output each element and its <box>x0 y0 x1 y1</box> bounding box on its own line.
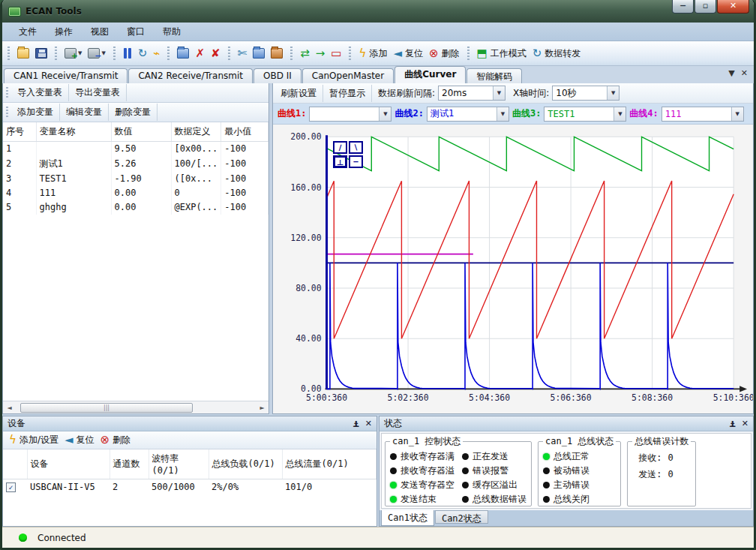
variable-row[interactable]: 5 ghghg 0.00 @EXP(... -100 <box>3 200 268 215</box>
cell-device-name: USBCAN-II-V5 <box>27 479 110 495</box>
close-button[interactable]: ✕ <box>717 0 749 14</box>
collapse-button[interactable]: ▭ <box>328 44 344 62</box>
edit-variable-button[interactable]: 编辑变量 <box>60 104 109 121</box>
status-panel-title: 状态 <box>384 417 724 430</box>
chevron-down-icon[interactable]: ▼ <box>493 86 505 100</box>
close-icon[interactable]: ✕ <box>742 419 748 428</box>
tab-curve[interactable]: 曲线Curver <box>394 66 466 83</box>
col-header-device: 设备 <box>27 449 110 479</box>
tab-canopen[interactable]: CanOpenMaster <box>302 68 394 83</box>
menu-operation[interactable]: 操作 <box>46 23 82 41</box>
tab-can2[interactable]: CAN2 Receive/Transmit <box>128 68 252 83</box>
swap-arrows-icon: ⇄ <box>300 48 310 59</box>
maximize-button[interactable]: ▫ <box>694 0 716 14</box>
bus-status-legend: can_1 总线状态 <box>543 435 616 448</box>
curve2-combobox[interactable]: 测试1 ▼ <box>427 107 509 122</box>
cell-load: 2%/0% <box>208 479 282 495</box>
variable-row[interactable]: 2 测试1 5.26 100/[... -100 <box>3 156 268 172</box>
pin-icon[interactable]: Ŧ <box>730 419 736 428</box>
menu-window[interactable]: 窗口 <box>118 23 154 41</box>
new-frame-button[interactable] <box>174 44 192 62</box>
zoom-x-out-button[interactable]: ∖ <box>349 141 363 154</box>
device-row[interactable]: ✓ USBCAN-II-V5 2 500/1000 2%/0% 101/0 <box>3 479 376 495</box>
add-variable-button[interactable]: 添加变量 <box>11 104 60 121</box>
delete-frame-button[interactable]: ✘ <box>208 44 224 62</box>
chevron-down-icon[interactable]: ▼ <box>496 107 508 121</box>
add-button[interactable]: ϟ添加 <box>356 44 390 62</box>
chevron-down-icon[interactable]: ▼ <box>379 107 391 121</box>
pin-icon[interactable]: Ŧ <box>353 419 359 428</box>
zoom-y-in-button[interactable]: ⊥ <box>333 155 347 168</box>
connect-device-button[interactable]: ▼ <box>62 44 85 62</box>
minimize-button[interactable]: − <box>672 0 694 14</box>
tab-can1[interactable]: CAN1 Receive/Transmit <box>4 68 128 83</box>
delete-variable-button[interactable]: 删除变量 <box>109 104 158 121</box>
cell-index: 3 <box>3 172 36 186</box>
chevron-down-icon[interactable]: ▼ <box>731 107 743 121</box>
zoom-x-in-button[interactable]: ∕ <box>333 141 347 154</box>
scroll-right-icon[interactable]: ► <box>256 404 268 411</box>
tools-button[interactable]: ✗ <box>192 44 208 62</box>
menu-file[interactable]: 文件 <box>10 23 46 41</box>
device-add-settings-button[interactable]: ϟ添加/设置 <box>6 431 62 449</box>
curve1-combobox[interactable]: ▼ <box>309 107 392 122</box>
menu-help[interactable]: 帮助 <box>154 23 190 41</box>
refresh-interval-combobox[interactable]: 20ms ▼ <box>438 86 506 101</box>
import-button[interactable] <box>268 44 286 62</box>
refresh-button[interactable]: ↻ <box>135 44 151 62</box>
curve3-combobox[interactable]: TEST1 ▼ <box>544 107 626 122</box>
device-panel-title: 设备 <box>8 417 347 430</box>
data-forward-button[interactable]: ↻数据转发 <box>530 44 584 62</box>
device-panel-titlebar: 设备 Ŧ ✕ <box>3 416 376 431</box>
open-file-button[interactable] <box>14 44 32 62</box>
scroll-left-icon[interactable]: ◄ <box>3 404 16 411</box>
forward-button[interactable]: → <box>313 44 328 62</box>
tab-can2-status[interactable]: Can2状态 <box>435 510 488 524</box>
tab-obd2[interactable]: OBD II <box>254 68 302 83</box>
paste-button[interactable] <box>250 44 268 62</box>
export-variable-table-button[interactable]: 导出变量表 <box>69 84 127 101</box>
close-icon[interactable]: ✕ <box>365 419 372 428</box>
remove-button[interactable]: ⊗删除 <box>426 44 463 62</box>
main-toolbar: ▼ ▼ ↻ ⌁ ✗ ✘ ✄ ⇄ → ▭ ϟ添加 ◄复位 <box>2 41 754 66</box>
tab-can1-status[interactable]: Can1状态 <box>381 510 434 526</box>
refresh-icon: ↻ <box>138 48 148 59</box>
variable-row[interactable]: 4 111 0.00 0 -100 <box>3 186 268 200</box>
lightning-icon: ϟ <box>9 434 16 446</box>
control-status-legend: can_1 控制状态 <box>390 435 463 448</box>
disconnect-device-button[interactable]: ▼ <box>85 44 108 62</box>
toolbar-grip <box>290 47 292 60</box>
scrollbar-thumb[interactable]: ||| <box>20 403 193 413</box>
menu-view[interactable]: 视图 <box>82 23 118 41</box>
led-bus-off <box>543 496 550 503</box>
pause-button[interactable] <box>120 44 135 62</box>
tab-close-icon[interactable]: ✕ <box>741 68 748 79</box>
horizontal-scrollbar[interactable]: ◄ ||| ► <box>3 401 268 413</box>
zoom-y-out-button[interactable]: − <box>349 155 363 168</box>
device-enabled-checkbox[interactable]: ✓ <box>6 482 16 492</box>
chevron-down-icon[interactable]: ▼ <box>607 86 619 100</box>
import-variable-table-button[interactable]: 导入变量表 <box>11 84 69 101</box>
variable-row[interactable]: 3 TEST1 -1.90 ([0x... -100 <box>3 172 268 186</box>
refresh-settings-button[interactable]: 刷新设置 <box>274 85 323 102</box>
reset-button-label: 复位 <box>405 47 423 60</box>
tab-decode[interactable]: 智能解码 <box>466 68 522 83</box>
clear-button[interactable]: ⌁ <box>150 44 163 62</box>
chevron-down-icon[interactable]: ▼ <box>614 107 626 121</box>
cut-button[interactable]: ✄ <box>235 44 250 62</box>
swap-button[interactable]: ⇄ <box>297 44 313 62</box>
curve4-combobox[interactable]: 111 ▼ <box>662 107 744 122</box>
save-button[interactable] <box>32 44 50 62</box>
cell-name: 测试1 <box>36 156 111 172</box>
variable-row[interactable]: 1 9.50 [0x00... -100 <box>3 142 268 156</box>
tab-list-dropdown-icon[interactable]: ▼ <box>728 68 734 79</box>
device-delete-button[interactable]: ⊗删除 <box>98 431 134 449</box>
pause-display-button[interactable]: 暂停显示 <box>323 85 372 102</box>
cell-min: -100 <box>221 156 268 172</box>
reset-button[interactable]: ◄复位 <box>390 44 426 62</box>
led-rx-register-full <box>390 453 397 460</box>
work-mode-label: 工作模式 <box>490 47 526 60</box>
xaxis-time-combobox[interactable]: 10秒 ▼ <box>552 86 620 101</box>
work-mode-button[interactable]: ⬒工作模式 <box>474 44 530 62</box>
device-reset-button[interactable]: ◄复位 <box>62 431 98 449</box>
